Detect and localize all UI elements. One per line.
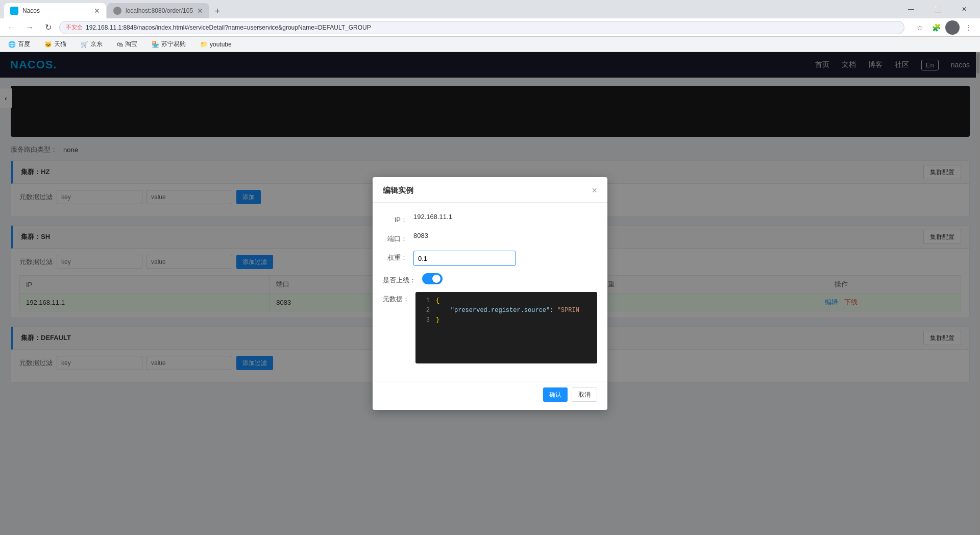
modal-online-control — [422, 273, 597, 284]
code-line-2: 2 "preserved.register.source": "SPRIN — [420, 306, 593, 315]
forward-button[interactable]: → — [22, 20, 37, 35]
suning-icon: 🏪 — [152, 41, 159, 48]
modal-weight-input[interactable] — [413, 251, 516, 266]
modal-ip-label: IP： — [383, 213, 413, 225]
toggle-slider — [422, 273, 443, 284]
profile-icon[interactable] — [945, 20, 960, 35]
tab-localhost-label: localhost:8080/order/105 — [126, 7, 193, 14]
tab-nacos-label: Nacos — [22, 7, 40, 14]
window-controls: — ⬜ ✕ — [899, 2, 976, 17]
close-button[interactable]: ✕ — [952, 2, 976, 17]
modal-footer: 确认 取消 — [373, 381, 607, 410]
browser-addressbar: ← → ↻ 不安全 192.168.11.1:8848/nacos/index.… — [0, 18, 980, 37]
url-display: 192.168.11.1:8848/nacos/index.html#/serv… — [86, 24, 898, 31]
metadata-editor[interactable]: 1 { 2 "preserved.register.source": "SPRI… — [415, 292, 597, 363]
bookmark-suning[interactable]: 🏪 苏宁易购 — [149, 39, 189, 50]
edit-instance-modal: 编辑实例 × IP： 192.168.11.1 端口： — [373, 177, 607, 410]
minimize-button[interactable]: — — [899, 2, 923, 17]
profile-avatar — [945, 20, 960, 35]
modal-online-row: 是否上线： — [383, 273, 597, 285]
reload-button[interactable]: ↻ — [41, 20, 55, 35]
modal-meta-label: 元数据： — [383, 292, 415, 304]
nacos-favicon — [10, 7, 18, 15]
security-warning: 不安全 — [66, 23, 83, 31]
modal-meta-row: 元数据： 1 { 2 "preserved.regis — [383, 292, 597, 363]
modal-ip-value: 192.168.11.1 — [413, 210, 452, 221]
bookmark-youtube[interactable]: 📁 youtube — [197, 40, 235, 49]
modal-port-row: 端口： 8083 — [383, 232, 597, 244]
code-line-3: 3 } — [420, 315, 593, 325]
browser-titlebar: Nacos ✕ localhost:8080/order/105 ✕ + — ⬜… — [0, 0, 980, 18]
address-bar[interactable]: 不安全 192.168.11.1:8848/nacos/index.html#/… — [59, 21, 904, 34]
bookmark-baidu[interactable]: 🌐 百度 — [5, 39, 33, 50]
bookmarks-bar: 🌐 百度 🐱 天猫 🛒 京东 🛍 淘宝 🏪 苏宁易购 📁 youtube — [0, 37, 980, 52]
modal-confirm-button[interactable]: 确认 — [543, 387, 568, 402]
tab-nacos-close[interactable]: ✕ — [94, 7, 100, 15]
modal-port-control: 8083 — [413, 232, 597, 239]
bookmark-tianmao[interactable]: 🐱 天猫 — [41, 39, 69, 50]
bookmark-taobao[interactable]: 🛍 淘宝 — [114, 39, 140, 50]
modal-overlay: 编辑实例 × IP： 192.168.11.1 端口： — [0, 52, 980, 535]
modal-close-button[interactable]: × — [592, 185, 597, 196]
modal-weight-row: 权重： — [383, 251, 597, 266]
new-tab-button[interactable]: + — [210, 4, 225, 18]
modal-weight-label: 权重： — [383, 251, 413, 262]
browser-content: NACOS. 首页 文档 博客 社区 En nacos ‹ — [0, 52, 980, 535]
youtube-folder-icon: 📁 — [200, 41, 208, 48]
tianmao-icon: 🐱 — [44, 41, 52, 48]
bookmark-youtube-label: youtube — [210, 41, 232, 48]
code-line-1: 1 { — [420, 296, 593, 306]
modal-ip-row: IP： 192.168.11.1 — [383, 213, 597, 225]
jd-icon: 🛒 — [81, 41, 88, 48]
modal-body: IP： 192.168.11.1 端口： 8083 — [373, 203, 607, 381]
menu-icon[interactable]: ⋮ — [962, 20, 976, 35]
modal-title: 编辑实例 — [383, 186, 413, 196]
modal-port-value: 8083 — [413, 229, 428, 239]
address-actions: ☆ 🧩 ⋮ — [913, 20, 976, 35]
back-button[interactable]: ← — [4, 20, 18, 35]
bookmark-jd[interactable]: 🛒 京东 — [78, 39, 106, 50]
browser-window: Nacos ✕ localhost:8080/order/105 ✕ + — ⬜… — [0, 0, 980, 535]
modal-cancel-button[interactable]: 取消 — [572, 387, 597, 402]
taobao-icon: 🛍 — [117, 41, 123, 48]
nacos-app: NACOS. 首页 文档 博客 社区 En nacos ‹ — [0, 52, 980, 535]
localhost-favicon — [113, 7, 121, 15]
modal-port-label: 端口： — [383, 232, 413, 244]
browser-tabs: Nacos ✕ localhost:8080/order/105 ✕ + — [4, 0, 895, 18]
modal-online-label: 是否上线： — [383, 273, 422, 285]
bookmark-star-icon[interactable]: ☆ — [913, 20, 927, 35]
tab-localhost[interactable]: localhost:8080/order/105 ✕ — [107, 3, 209, 18]
maximize-button[interactable]: ⬜ — [926, 2, 949, 17]
tab-localhost-close[interactable]: ✕ — [197, 7, 203, 15]
modal-meta-control: 1 { 2 "preserved.register.source": "SPRI… — [415, 292, 597, 363]
tab-nacos[interactable]: Nacos ✕ — [4, 3, 106, 18]
online-toggle[interactable] — [422, 273, 443, 284]
modal-header: 编辑实例 × — [373, 177, 607, 203]
modal-weight-control — [413, 251, 597, 266]
modal-ip-control: 192.168.11.1 — [413, 213, 597, 221]
baidu-icon: 🌐 — [8, 41, 16, 48]
extensions-icon[interactable]: 🧩 — [929, 20, 943, 35]
